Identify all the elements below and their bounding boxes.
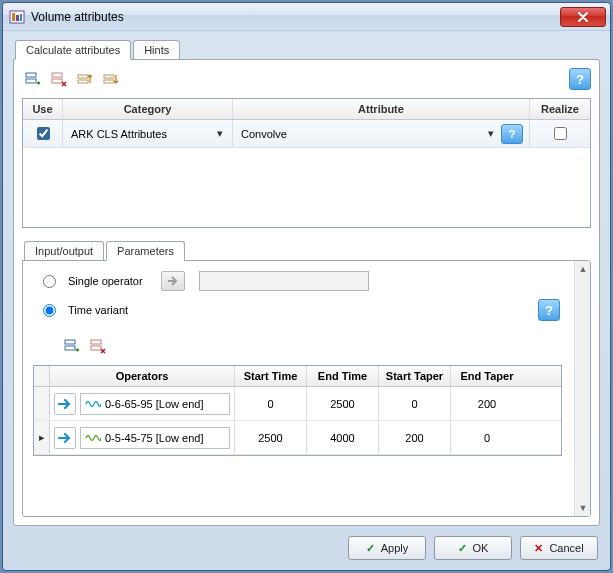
svg-rect-4 [26,73,36,77]
svg-rect-10 [104,75,114,78]
row-marker: ▸ [34,421,50,454]
outer-tab-panel: ? Use Category Attribute Realize ARK CLS… [13,59,600,526]
tab-calculate-attributes[interactable]: Calculate attributes [15,40,131,60]
attribute-value: Convolve [239,128,485,140]
attribute-help-button[interactable]: ? [501,124,523,144]
titlebar[interactable]: Volume attributes [3,3,610,31]
waveform-icon [85,397,101,411]
svg-rect-12 [65,340,75,344]
tb-move-down-button[interactable] [100,68,122,90]
chevron-down-icon: ▾ [214,128,226,140]
tab-input-output[interactable]: Input/output [24,241,104,260]
cell-start-time[interactable]: 0 [235,387,307,420]
window-title: Volume attributes [31,10,560,24]
svg-rect-15 [91,346,101,350]
time-variant-radio[interactable] [43,304,56,317]
col-header-end-time[interactable]: End Time [307,366,379,386]
single-operator-field[interactable] [199,271,369,291]
single-operator-browse-button[interactable] [161,271,185,291]
operator-field[interactable]: 0-5-45-75 [Low end] [80,427,230,449]
window-frame: Volume attributes Calculate attributes H… [2,2,611,571]
inner-tabstrip: Input/output Parameters [22,238,591,260]
cancel-label: Cancel [549,542,583,554]
help-button-top[interactable]: ? [569,68,591,90]
time-variant-row: Time variant ? [33,299,580,321]
operator-field[interactable]: 0-6-65-95 [Low end] [80,393,230,415]
scroll-down-icon[interactable]: ▼ [575,500,591,516]
tab-parameters[interactable]: Parameters [106,241,185,261]
ok-button[interactable]: ✓OK [434,536,512,560]
svg-rect-13 [65,346,75,350]
outer-tabstrip: Calculate attributes Hints [13,37,600,59]
apply-button[interactable]: ✓Apply [348,536,426,560]
client-area: Calculate attributes Hints [3,31,610,570]
col-header-start-time[interactable]: Start Time [235,366,307,386]
category-dropdown[interactable]: ARK CLS Attributes ▾ [69,128,226,140]
svg-rect-1 [12,13,15,21]
operator-browse-button[interactable] [54,393,76,415]
col-header-category[interactable]: Category [63,99,233,119]
help-button-params[interactable]: ? [538,299,560,321]
apply-label: Apply [381,542,409,554]
svg-rect-2 [16,15,19,21]
cell-end-time[interactable]: 2500 [307,387,379,420]
row-marker-header [34,366,50,386]
col-header-operators[interactable]: Operators [50,366,235,386]
attributes-grid-header: Use Category Attribute Realize [23,99,590,120]
scrollbar[interactable]: ▲ ▼ [574,261,590,516]
single-operator-label: Single operator [68,275,143,287]
operator-name: 0-5-45-75 [Low end] [105,432,203,444]
arrow-right-icon [57,431,73,445]
ok-label: OK [473,542,489,554]
tb-delete-row-button[interactable] [48,68,70,90]
single-operator-radio[interactable] [43,275,56,288]
variant-delete-row-button[interactable] [87,335,109,357]
chevron-down-icon: ▾ [485,128,497,140]
svg-rect-9 [78,80,88,83]
tb-move-up-button[interactable] [74,68,96,90]
toolbar: ? [22,68,591,90]
table-row[interactable]: 0-6-65-95 [Low end] 0 2500 0 200 [34,387,561,421]
col-header-attribute[interactable]: Attribute [233,99,530,119]
cell-start-taper[interactable]: 200 [379,421,451,454]
operator-name: 0-6-65-95 [Low end] [105,398,203,410]
row-marker [34,387,50,420]
use-checkbox[interactable] [37,127,50,140]
arrow-right-icon [166,275,180,287]
dialog-button-row: ✓Apply ✓OK ✕Cancel [13,526,600,560]
single-operator-row: Single operator [33,271,580,291]
close-icon [577,12,589,22]
svg-rect-3 [20,14,22,21]
svg-rect-14 [91,340,101,344]
parameters-panel: ▲ ▼ Single operator [22,260,591,517]
scroll-up-icon[interactable]: ▲ [575,261,591,277]
attributes-grid-row[interactable]: ARK CLS Attributes ▾ Convolve ▾ ? [23,120,590,148]
cell-start-taper[interactable]: 0 [379,387,451,420]
cell-end-taper[interactable]: 0 [451,421,523,454]
operator-browse-button[interactable] [54,427,76,449]
close-button[interactable] [560,7,606,27]
cell-end-time[interactable]: 4000 [307,421,379,454]
col-header-use[interactable]: Use [23,99,63,119]
cell-end-taper[interactable]: 200 [451,387,523,420]
operators-grid-header: Operators Start Time End Time Start Tape… [34,366,561,387]
svg-rect-11 [104,80,114,83]
variant-add-row-button[interactable] [61,335,83,357]
tb-insert-row-button[interactable] [22,68,44,90]
app-icon [9,9,25,25]
operators-grid: Operators Start Time End Time Start Tape… [33,365,562,456]
col-header-start-taper[interactable]: Start Taper [379,366,451,386]
svg-rect-7 [52,79,62,83]
attributes-grid: Use Category Attribute Realize ARK CLS A… [22,98,591,228]
tab-hints[interactable]: Hints [133,40,180,59]
cancel-button[interactable]: ✕Cancel [520,536,598,560]
cell-start-time[interactable]: 2500 [235,421,307,454]
svg-rect-5 [26,79,36,83]
realize-checkbox[interactable] [554,127,567,140]
table-row[interactable]: ▸ 0-5-45-75 [Low end] 2500 4000 200 0 [34,421,561,455]
check-icon: ✓ [366,542,375,555]
col-header-realize[interactable]: Realize [530,99,590,119]
col-header-end-taper[interactable]: End Taper [451,366,523,386]
attribute-dropdown[interactable]: Convolve ▾ [239,128,497,140]
waveform-icon [85,431,101,445]
